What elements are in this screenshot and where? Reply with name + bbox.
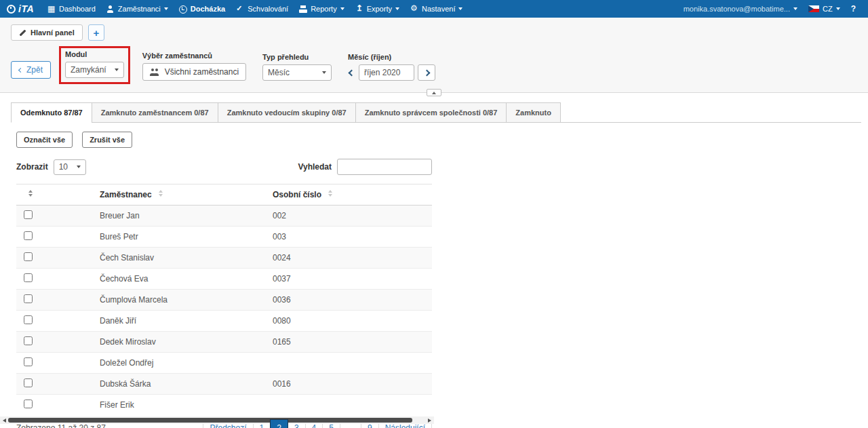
month-filter: Měsíc (říjen) xyxy=(344,50,439,84)
row-checkbox[interactable] xyxy=(24,336,33,345)
menu-item-label: Nastavení xyxy=(422,5,456,13)
logo-clock-icon xyxy=(7,5,16,14)
view-type-filter: Typ přehledu Měsíc xyxy=(258,50,336,84)
month-input[interactable] xyxy=(359,64,414,81)
table-row: Dedek Miroslav 0165 xyxy=(16,332,432,353)
employee-name-cell: Dedek Miroslav xyxy=(94,332,267,353)
personal-number-cell: 0080 xyxy=(267,311,432,332)
lock-status-tab[interactable]: Odemknuto 87/87 xyxy=(11,102,92,123)
personal-number-cell: 0165 xyxy=(267,332,432,353)
menu-item[interactable]: Zaměstnanci xyxy=(101,0,174,18)
checkbox-column-header[interactable] xyxy=(16,184,94,206)
back-label: Zpět xyxy=(26,65,43,75)
menu-item[interactable]: Schvalování xyxy=(231,0,294,18)
collapse-filters-button[interactable] xyxy=(427,89,441,96)
tab-label: Odemknuto 87/87 xyxy=(20,109,83,117)
table-row: Doležel Ondřej xyxy=(16,353,432,374)
czech-flag-icon xyxy=(808,5,819,12)
row-checkbox[interactable] xyxy=(24,357,33,366)
horizontal-scrollbar[interactable] xyxy=(0,416,434,424)
lock-status-tab[interactable]: Zamknuto správcem společnosti 0/87 xyxy=(355,102,507,123)
table-row: Čechová Eva 0037 xyxy=(16,269,432,290)
personal-number-cell: 0024 xyxy=(267,248,432,269)
checkbox-cell xyxy=(16,227,94,248)
sort-icon xyxy=(159,190,163,197)
scroll-left-arrow-icon[interactable] xyxy=(3,419,6,423)
menu-item[interactable]: Reporty xyxy=(294,0,350,18)
people-icon xyxy=(150,69,160,76)
language-label: CZ xyxy=(823,5,833,13)
tab-label: Zamknuto xyxy=(515,109,551,117)
modul-filter-highlighted: Modul Zamykání xyxy=(59,46,130,84)
tab-label: Zamknuto správcem společnosti 0/87 xyxy=(365,109,498,117)
menu-item-label: Dashboard xyxy=(59,5,96,13)
checkbox-cell xyxy=(16,248,94,269)
scrollbar-thumb[interactable] xyxy=(8,418,412,423)
modul-select[interactable]: Zamykání xyxy=(65,62,124,78)
chevron-down-icon xyxy=(164,7,168,10)
language-menu[interactable]: CZ xyxy=(803,0,846,18)
employee-name-cell: Bureš Petr xyxy=(94,227,267,248)
select-all-button[interactable]: Označit vše xyxy=(16,132,73,148)
employees-table: Zaměstnanec Osobní číslo Breuer Jan 002 xyxy=(16,184,432,415)
row-checkbox[interactable] xyxy=(24,378,33,387)
row-checkbox[interactable] xyxy=(24,210,33,219)
view-type-value: Měsíc xyxy=(268,68,290,77)
employees-select-button[interactable]: Všichni zaměstnanci xyxy=(142,63,246,81)
row-checkbox[interactable] xyxy=(24,315,33,324)
row-checkbox[interactable] xyxy=(24,273,33,282)
month-label: Měsíc (říjen) xyxy=(348,53,435,61)
logo[interactable]: iTA xyxy=(7,3,34,14)
lock-status-tab[interactable]: Zamknuto zaměstnancem 0/87 xyxy=(92,102,218,123)
scroll-right-arrow-icon[interactable] xyxy=(428,419,431,423)
page-number-button[interactable]: 2 xyxy=(270,419,288,428)
main-content: Odemknuto 87/87 Zamknuto zaměstnancem 0/… xyxy=(0,93,868,428)
add-panel-button[interactable]: + xyxy=(88,24,104,41)
chevron-up-icon xyxy=(432,92,436,94)
menu-item[interactable]: Dashboard xyxy=(42,0,101,18)
employee-name-cell: Fišer Erik xyxy=(94,395,267,416)
chevron-down-icon xyxy=(115,69,119,71)
month-controls xyxy=(348,64,435,81)
employee-column-header[interactable]: Zaměstnanec xyxy=(94,184,267,206)
search-group: Vyhledat xyxy=(298,159,432,175)
search-input[interactable] xyxy=(337,159,432,175)
checkbox-cell xyxy=(16,311,94,332)
row-checkbox[interactable] xyxy=(24,294,33,303)
next-month-button[interactable] xyxy=(418,64,435,81)
tab-hlavni-panel[interactable]: Hlavní panel xyxy=(11,24,83,41)
back-button[interactable]: Zpět xyxy=(11,61,51,79)
lock-status-tab[interactable]: Zamknuto xyxy=(506,102,561,123)
tab-label: Zamknuto zaměstnancem 0/87 xyxy=(101,109,209,117)
view-type-select[interactable]: Měsíc xyxy=(262,64,332,81)
main-menu: Dashboard Zaměstnanci Docházka xyxy=(42,0,468,18)
row-checkbox[interactable] xyxy=(24,400,33,408)
previous-month-button[interactable] xyxy=(348,64,355,81)
lock-status-tab[interactable]: Zamknuto vedoucím skupiny 0/87 xyxy=(218,102,356,123)
personal-number-cell: 0037 xyxy=(267,269,432,290)
panel-header: Hlavní panel + Zpět Modul Zamykání Výběr… xyxy=(0,18,868,93)
page-size-select[interactable]: 10 xyxy=(54,159,86,175)
menu-item[interactable]: Docházka xyxy=(174,0,231,18)
employees-value: Všichni zaměstnanci xyxy=(165,67,239,77)
menu-item[interactable]: Nastavení xyxy=(405,0,469,18)
number-column-label: Osobní číslo xyxy=(273,190,321,199)
user-menu[interactable]: monika.svatonova@mobatime... xyxy=(678,0,803,18)
checkbox-cell xyxy=(16,290,94,311)
menu-item-label: Zaměstnanci xyxy=(118,5,161,13)
printer-icon xyxy=(299,5,307,13)
number-column-header[interactable]: Osobní číslo xyxy=(267,184,432,206)
menu-item[interactable]: Exporty xyxy=(350,0,405,18)
chevron-down-icon xyxy=(836,7,840,10)
table-row: Bureš Petr 003 xyxy=(16,227,432,248)
clear-all-button[interactable]: Zrušit vše xyxy=(82,132,132,148)
row-checkbox[interactable] xyxy=(24,231,33,240)
sort-icon xyxy=(28,190,33,197)
lock-status-tabs: Odemknuto 87/87 Zamknuto zaměstnancem 0/… xyxy=(11,102,861,123)
list-controls: Zobrazit 10 Vyhledat xyxy=(16,159,432,175)
chevron-down-icon xyxy=(793,7,797,10)
personal-number-cell xyxy=(267,395,432,416)
row-checkbox[interactable] xyxy=(24,252,33,261)
personal-number-cell: 0016 xyxy=(267,374,432,395)
help-button[interactable]: ? xyxy=(846,0,861,18)
